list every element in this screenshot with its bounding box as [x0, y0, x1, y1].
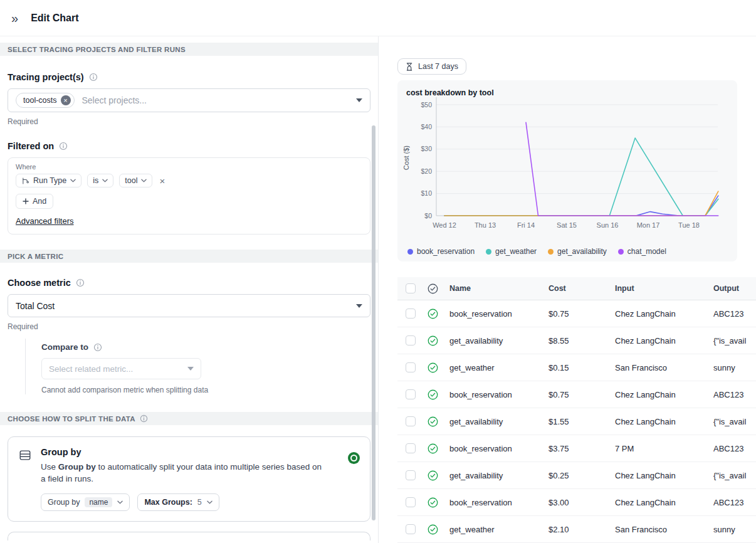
column-header-name: Name	[441, 284, 549, 293]
remove-project-icon[interactable]: ×	[61, 95, 71, 105]
legend-item[interactable]: get_availability	[548, 247, 607, 256]
svg-text:$50: $50	[421, 101, 432, 108]
plus-icon	[23, 198, 29, 204]
success-status-icon	[427, 443, 439, 455]
max-groups-label: Max Groups:	[144, 498, 192, 507]
projects-placeholder: Select projects...	[82, 95, 147, 105]
run-name[interactable]: get_weather	[441, 525, 549, 534]
run-input: Chez LangChain	[615, 498, 713, 507]
run-output: ABC123	[713, 498, 756, 507]
success-status-icon	[427, 470, 439, 482]
table-row[interactable]: get_weather$2.10San Franciscosunny	[397, 516, 756, 543]
run-input: Chez LangChain	[615, 417, 713, 426]
filter-operator-button[interactable]: is	[87, 174, 113, 187]
row-checkbox[interactable]	[406, 443, 416, 453]
remove-filter-icon[interactable]: ×	[158, 176, 166, 186]
row-status-cell	[419, 443, 441, 455]
run-name[interactable]: book_reservation	[441, 444, 549, 453]
row-checkbox[interactable]	[406, 362, 416, 372]
run-output: {"is_avail	[713, 336, 756, 345]
info-icon[interactable]	[140, 414, 148, 423]
choose-metric-label: Choose metric	[8, 278, 71, 288]
add-and-filter-button[interactable]: And	[16, 194, 53, 209]
row-status-cell	[419, 335, 441, 347]
filter-field-button[interactable]: Run Type	[16, 174, 81, 187]
compare-note: Cannot add comparison metric when splitt…	[41, 386, 370, 394]
row-checkbox[interactable]	[406, 389, 416, 399]
legend-item[interactable]: book_reservation	[407, 247, 475, 256]
compare-metric-select: Select related metric...	[41, 358, 201, 379]
info-icon[interactable]	[59, 142, 68, 150]
row-checkbox[interactable]	[406, 497, 416, 507]
row-checkbox[interactable]	[406, 470, 416, 480]
filter-value-button[interactable]: tool	[119, 174, 152, 187]
run-cost: $0.15	[549, 363, 615, 372]
table-header: Name Cost Input Output	[397, 277, 756, 300]
advanced-filters-link[interactable]: Advanced filters	[16, 216, 74, 226]
chevron-down-icon	[102, 179, 108, 182]
table-row[interactable]: book_reservation$3.757 PMABC123	[397, 435, 756, 462]
run-name[interactable]: get_weather	[441, 363, 549, 372]
run-name[interactable]: get_availability	[441, 417, 549, 426]
table-row[interactable]: get_availability$0.25Chez LangChain{"is_…	[397, 462, 756, 489]
info-icon[interactable]	[76, 278, 85, 287]
metric-select[interactable]: Total Cost	[8, 294, 370, 317]
run-cost: $1.55	[549, 417, 615, 426]
sidebar-collapse-icon[interactable]: »	[11, 12, 18, 24]
column-header-output: Output	[713, 284, 756, 293]
where-label: Where	[16, 163, 362, 171]
time-range-chip[interactable]: Last 7 days	[397, 58, 466, 75]
legend-dot	[407, 249, 413, 255]
max-groups-button[interactable]: Max Groups: 5	[137, 493, 219, 511]
row-checkbox-cell	[397, 389, 419, 399]
svg-text:Wed 12: Wed 12	[433, 221, 456, 229]
section-split-label: CHOOSE HOW TO SPLIT THE DATA	[8, 415, 135, 423]
run-input: Chez LangChain	[615, 336, 713, 345]
table-row[interactable]: book_reservation$3.00Chez LangChainABC12…	[397, 489, 756, 516]
group-by-card[interactable]: Group by Use Group by to automatically s…	[8, 436, 370, 522]
svg-text:Mon 17: Mon 17	[637, 221, 660, 229]
run-name[interactable]: get_availability	[441, 471, 549, 480]
table-row[interactable]: get_availability$1.55Chez LangChain{"is_…	[397, 408, 756, 435]
run-output: {"is_avail	[713, 417, 756, 426]
legend-item[interactable]: chat_model	[618, 247, 666, 256]
row-checkbox[interactable]	[406, 308, 416, 319]
select-all-checkbox[interactable]	[406, 283, 416, 293]
required-hint: Required	[8, 322, 370, 331]
row-checkbox[interactable]	[406, 416, 416, 426]
group-by-radio[interactable]	[348, 452, 360, 464]
run-name[interactable]: book_reservation	[441, 498, 549, 507]
svg-text:$30: $30	[421, 145, 432, 152]
row-checkbox-cell	[397, 362, 419, 372]
run-input: San Francisco	[615, 363, 713, 372]
section-projects-label: SELECT TRACING PROJECTS AND FILTER RUNS	[8, 46, 186, 53]
vertical-scrollbar[interactable]	[372, 125, 375, 520]
table-row[interactable]: book_reservation$0.75Chez LangChainABC12…	[397, 300, 756, 327]
table-row[interactable]: get_availability$8.55Chez LangChain{"is_…	[397, 327, 756, 354]
project-chip-label: tool-costs	[23, 96, 57, 105]
run-name[interactable]: get_availability	[441, 336, 549, 345]
legend-dot	[548, 249, 554, 255]
legend-item[interactable]: get_weather	[486, 247, 537, 256]
run-input: Chez LangChain	[615, 471, 713, 480]
svg-text:$20: $20	[421, 167, 432, 175]
group-by-icon	[18, 448, 32, 462]
projects-select[interactable]: tool-costs × Select projects...	[8, 88, 370, 112]
legend-label: get_weather	[495, 247, 537, 256]
row-checkbox[interactable]	[406, 335, 416, 345]
run-name[interactable]: book_reservation	[441, 390, 549, 399]
run-name[interactable]: book_reservation	[441, 309, 549, 319]
row-status-cell	[419, 389, 441, 401]
info-icon[interactable]	[93, 343, 102, 352]
info-icon[interactable]	[89, 73, 98, 82]
project-chip[interactable]: tool-costs ×	[16, 93, 75, 108]
row-checkbox[interactable]	[406, 524, 416, 534]
legend-label: chat_model	[627, 247, 666, 256]
run-cost: $2.10	[549, 525, 615, 534]
max-groups-value: 5	[197, 498, 202, 507]
compare-metric-placeholder: Select related metric...	[49, 364, 133, 374]
table-row[interactable]: book_reservation$0.75Chez LangChainABC12…	[397, 381, 756, 408]
group-by-field-button[interactable]: Group by name	[41, 493, 130, 511]
chevron-down-icon	[207, 500, 213, 504]
table-row[interactable]: get_weather$0.15San Franciscosunny	[397, 354, 756, 381]
